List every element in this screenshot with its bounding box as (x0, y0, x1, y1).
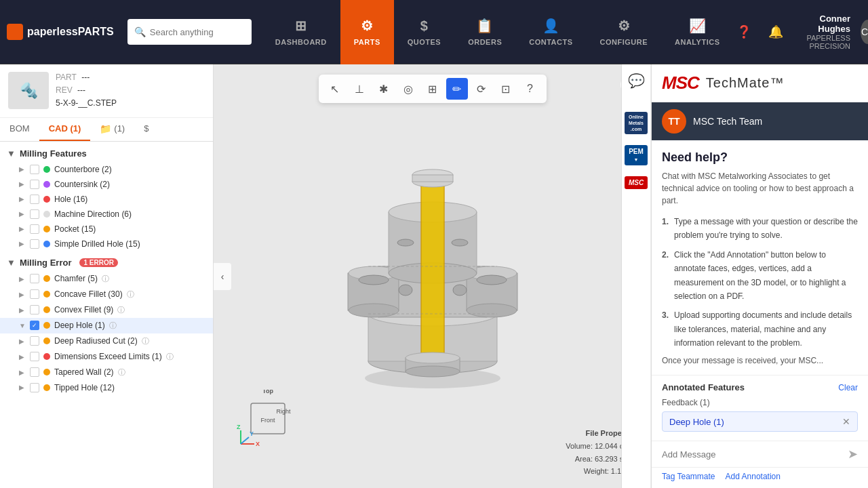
svg-point-14 (389, 202, 477, 222)
tab-cad[interactable]: CAD (1) (39, 118, 91, 141)
help-tool[interactable]: ? (519, 78, 541, 100)
svg-text:Top: Top (262, 390, 273, 394)
concave-fillet-checkbox[interactable] (30, 289, 39, 299)
feature-label: Pocket (15) (54, 224, 96, 234)
tag-teammate-button[interactable]: Tag Teammate (662, 472, 715, 481)
dot-icon (43, 322, 50, 329)
list-item[interactable]: ▶ Simple Drilled Hole (15) (0, 237, 213, 251)
app-name: paperlessPARTS (27, 26, 114, 38)
help-icon[interactable]: ❓ (733, 21, 755, 43)
fit-tool[interactable]: ⊡ (495, 78, 517, 100)
chip-close-button[interactable]: ✕ (842, 416, 850, 427)
info-icon[interactable]: ⓘ (117, 305, 125, 315)
feature-label: Simple Drilled Hole (15) (54, 239, 140, 249)
list-item[interactable]: ▶ Concave Fillet (30) ⓘ (0, 287, 213, 302)
info-icon[interactable]: ⓘ (118, 367, 125, 378)
nav-orders[interactable]: 📋 ORDERS (454, 0, 515, 64)
dimensions-exceed-checkbox[interactable] (30, 352, 39, 361)
list-item[interactable]: ▶ Machine Direction (6) (0, 207, 213, 222)
grid-tool[interactable]: ⊞ (422, 78, 443, 100)
list-item[interactable]: ▶ Counterbore (2) (0, 162, 213, 177)
chat-icon[interactable]: 💬 (624, 68, 648, 93)
list-item[interactable]: ▶ Hole (16) (0, 192, 213, 207)
svg-point-6 (349, 266, 399, 280)
chip-label: Deep Hole (1) (669, 417, 724, 427)
step-2: 2. Click the "Add Annotation" button bel… (662, 248, 858, 304)
step-3: 3. Upload supporting documents and inclu… (662, 308, 858, 350)
msc-small-logo[interactable]: MSC (625, 176, 648, 189)
axis-widget: Top Front Right X Z Y (234, 390, 302, 451)
tab-bom[interactable]: BOM (0, 118, 39, 141)
feedback-label: Feedback (1) (662, 398, 858, 407)
info-icon[interactable]: ⓘ (127, 289, 134, 300)
list-item[interactable]: ▶ Convex Fillet (9) ⓘ (0, 302, 213, 318)
send-button[interactable]: ➤ (848, 447, 858, 462)
info-icon[interactable]: ⓘ (109, 321, 117, 331)
info-icon[interactable]: ⓘ (142, 336, 149, 346)
search-bar[interactable]: 🔍 (127, 19, 252, 45)
search-input[interactable] (150, 27, 245, 37)
nav-quotes[interactable]: $ QUOTES (394, 0, 454, 64)
milling-error-header[interactable]: ▼ Milling Error 1 ERROR (0, 254, 213, 271)
milling-features-header[interactable]: ▼ Milling Features (0, 145, 213, 162)
techmate-label: TechMate™ (706, 75, 785, 91)
hole-checkbox[interactable] (30, 195, 39, 204)
back-arrow-button[interactable]: ‹ (214, 263, 231, 290)
list-item[interactable]: ▼ ✓ Deep Hole (1) ⓘ (0, 318, 213, 333)
nav-configure[interactable]: ⚙ CONFIGURE (587, 0, 662, 64)
countersink-checkbox[interactable] (30, 180, 39, 189)
add-annotation-button[interactable]: Add Annotation (726, 472, 781, 481)
avatar[interactable]: CH (861, 20, 868, 44)
machine-dir-checkbox[interactable] (30, 209, 39, 219)
simple-drilled-checkbox[interactable] (30, 239, 39, 249)
list-item[interactable]: ▶ Pocket (15) (0, 222, 213, 237)
highlight-tool[interactable]: ✏ (446, 78, 468, 100)
list-item[interactable]: ▶ Chamfer (5) ⓘ (0, 271, 213, 287)
svg-point-27 (397, 239, 414, 246)
cross-section-tool[interactable]: ✱ (373, 78, 395, 100)
info-icon[interactable]: ⓘ (166, 352, 174, 362)
tab-files[interactable]: 📁 (1) (90, 118, 134, 141)
dashboard-icon: ⊞ (295, 18, 307, 34)
list-item[interactable]: ▶ Tipped Hole (12) (0, 380, 213, 395)
nav-contacts[interactable]: 👤 CONTACTS (515, 0, 586, 64)
nav-dashboard[interactable]: ⊞ DASHBOARD (262, 0, 340, 64)
pem-logo[interactable]: PEM▼ (625, 145, 648, 165)
part-header: 🔩 PART --- REV --- 5-X-9-__C.STEP (0, 64, 213, 118)
feature-label: Tipped Hole (12) (54, 383, 115, 392)
list-item[interactable]: ▶ Dimensions Exceed Limits (1) ⓘ (0, 349, 213, 365)
deep-radiused-checkbox[interactable] (30, 336, 39, 346)
pocket-checkbox[interactable] (30, 224, 39, 234)
right-panel: MSC TechMate™ TT MSC Tech Team Need help… (651, 64, 868, 488)
nav-parts[interactable]: ⚙ PARTS (340, 0, 394, 64)
svg-text:Front: Front (260, 417, 275, 424)
online-metals-logo[interactable]: OnlineMetals.com (625, 112, 648, 134)
orbit-tool[interactable]: ⟳ (471, 78, 492, 100)
convex-fillet-checkbox[interactable] (30, 305, 39, 314)
annotated-title: Annotated Features (662, 382, 745, 392)
select-tool[interactable]: ↖ (324, 78, 346, 100)
tab-cost[interactable]: $ (134, 118, 158, 141)
chamfer-checkbox[interactable] (30, 274, 39, 283)
list-item[interactable]: ▶ Tapered Wall (2) ⓘ (0, 365, 213, 380)
clear-button[interactable]: Clear (838, 383, 858, 392)
info-icon[interactable]: ⓘ (102, 274, 109, 284)
tapered-wall-checkbox[interactable] (30, 367, 39, 377)
nav-orders-label: ORDERS (468, 38, 502, 46)
measure-tool[interactable]: ⊥ (349, 78, 370, 100)
svg-point-10 (467, 266, 517, 280)
tipped-hole-checkbox[interactable] (30, 383, 39, 392)
nav-analytics[interactable]: 📈 ANALYTICS (661, 0, 733, 64)
list-item[interactable]: ▶ Countersink (2) (0, 177, 213, 192)
deep-hole-checkbox[interactable]: ✓ (30, 321, 39, 330)
dot-icon (43, 211, 50, 218)
notifications-icon[interactable]: 🔔 (765, 21, 787, 43)
view-tool[interactable]: ◎ (397, 78, 419, 100)
counterbore-checkbox[interactable] (30, 165, 39, 174)
svg-point-17 (421, 178, 444, 185)
expand-icon: ▼ (19, 322, 26, 329)
message-input[interactable] (662, 449, 842, 460)
configure-icon: ⚙ (618, 18, 631, 34)
list-item[interactable]: ▶ Deep Radiused Cut (2) ⓘ (0, 333, 213, 349)
feature-label: Hole (16) (54, 195, 87, 204)
